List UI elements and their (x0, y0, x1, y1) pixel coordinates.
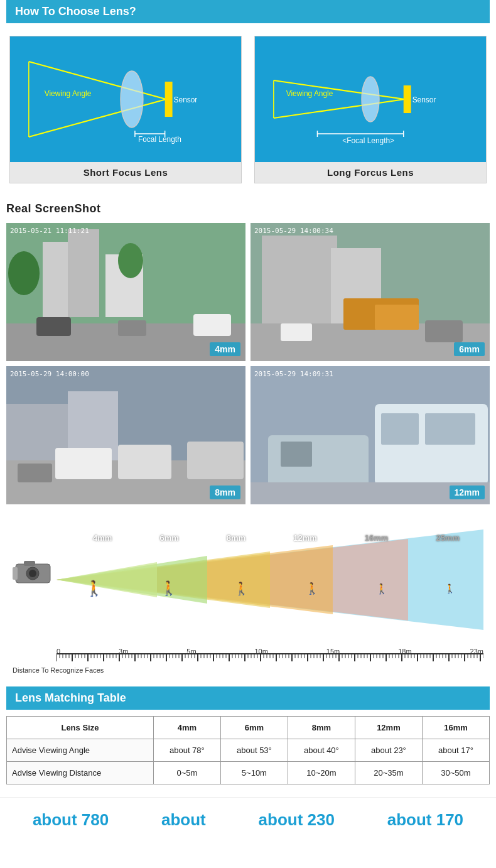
svg-rect-41 (425, 320, 463, 342)
lens-comparison: Viewing Angle Sensor Focal Length Short … (0, 23, 496, 190)
svg-rect-49 (18, 464, 52, 482)
badge-6mm: 6mm (454, 342, 485, 356)
section-header-2: Lens Matching Table (6, 686, 490, 710)
screenshot-8mm: 2015-05-29 14:00:00 8mm (6, 366, 245, 504)
label-25mm: 25mm (436, 533, 460, 543)
person-25mm: 🚶 (445, 583, 455, 594)
section-header-1: How To Choose Lens? (6, 0, 490, 23)
row-angle-label: Advise Viewing Angle (7, 739, 154, 762)
table-section: Lens Size 4mm 6mm 8mm 12mm 16mm Advise V… (0, 710, 496, 791)
row-angle-16mm: about 17° (422, 739, 489, 762)
timestamp-8mm: 2015-05-29 14:00:00 (10, 370, 89, 378)
svg-rect-52 (381, 413, 419, 445)
svg-rect-5 (165, 82, 173, 117)
ruler-svg: // Generate ruler ticks via JS after SVG… (57, 653, 483, 663)
col-header-label: Lens Size (7, 717, 154, 739)
svg-rect-32 (118, 320, 146, 336)
svg-text:Focal Length: Focal Length (138, 135, 181, 144)
row-distance-16mm: 30~50m (422, 762, 489, 784)
svg-text:Sensor: Sensor (412, 95, 436, 104)
mm-labels-row: 4mm 6mm 8mm 12mm 16mm 25mm (57, 528, 483, 547)
col-header-12mm: 12mm (355, 717, 422, 739)
screenshot-12mm: 2015-05-29 14:09:31 12mm (251, 366, 490, 504)
row-distance-4mm: 0~5m (153, 762, 220, 784)
col-header-8mm: 8mm (288, 717, 355, 739)
meas-value-4: about 170 (387, 810, 463, 829)
person-6mm: 🚶 (160, 580, 177, 597)
svg-rect-26 (68, 229, 99, 317)
badge-12mm: 12mm (450, 486, 485, 499)
col-header-6mm: 6mm (220, 717, 288, 739)
measurement-2: about (161, 810, 206, 830)
measurement-4: about 170 (387, 810, 463, 830)
svg-text:<Focal Length>: <Focal Length> (342, 136, 394, 145)
svg-text:Sensor: Sensor (174, 95, 198, 104)
row-distance-8mm: 10~20m (288, 762, 355, 784)
meas-value-3: about 230 (259, 810, 335, 829)
label-16mm: 16mm (365, 533, 389, 543)
svg-rect-40 (281, 323, 312, 341)
screenshot-4mm: 2015-05-21 11:11:21 4mm (6, 223, 245, 361)
row-angle-8mm: about 40° (288, 739, 355, 762)
svg-point-16 (362, 77, 379, 122)
short-focus-label: Short Focus Lens (10, 162, 241, 183)
person-12mm: 🚶 (305, 582, 319, 595)
svg-rect-46 (55, 448, 112, 479)
row-angle-6mm: about 53° (220, 739, 288, 762)
row-angle-12mm: about 23° (355, 739, 422, 762)
svg-point-59 (29, 570, 36, 577)
long-focus-label: Long Forcus Lens (255, 162, 486, 183)
svg-rect-60 (13, 567, 18, 580)
svg-rect-31 (36, 317, 71, 336)
svg-rect-17 (404, 85, 411, 113)
svg-rect-48 (187, 442, 244, 479)
screenshot-section: Real ScreenShot (0, 190, 496, 511)
measurement-1: about 780 (33, 810, 109, 830)
camera-icon-wrap (13, 555, 53, 592)
distance-label: Distance To Recognize Faces (13, 666, 104, 674)
person-16mm: 🚶 (375, 583, 388, 595)
person-icons-row: 🚶 🚶 🚶 🚶 🚶 🚶 (57, 580, 483, 597)
long-focus-card: Viewing Angle Sensor <Focal Length> Long… (254, 36, 487, 183)
svg-rect-53 (425, 413, 475, 445)
short-focus-diagram: Viewing Angle Sensor Focal Length (10, 36, 241, 162)
meas-value-1: about 780 (33, 810, 109, 829)
svg-rect-55 (281, 442, 312, 467)
screenshot-title: Real ScreenShot (6, 202, 490, 215)
screenshot-6mm: 2015-05-29 14:00:34 6mm (251, 223, 490, 361)
measurement-3: about 230 (259, 810, 335, 830)
svg-point-29 (118, 243, 143, 278)
col-header-16mm: 16mm (422, 717, 489, 739)
svg-point-28 (8, 251, 40, 295)
row-distance-12mm: 20~35m (355, 762, 422, 784)
row-distance-label: Advise Viewing Distance (7, 762, 154, 784)
screenshot-grid: 2015-05-21 11:11:21 4mm (6, 223, 490, 504)
table-row-distance: Advise Viewing Distance 0~5m 5~10m 10~20… (7, 762, 490, 784)
short-focus-card: Viewing Angle Sensor Focal Length Short … (9, 36, 242, 183)
person-8mm: 🚶 (234, 581, 249, 596)
label-8mm: 8mm (227, 533, 245, 543)
timestamp-12mm: 2015-05-29 14:09:31 (254, 370, 333, 378)
long-focus-diagram: Viewing Angle Sensor <Focal Length> (255, 36, 486, 162)
svg-text:Viewing Angle: Viewing Angle (286, 89, 333, 98)
svg-rect-33 (193, 314, 231, 336)
timestamp-6mm: 2015-05-29 14:00:34 (254, 227, 333, 235)
label-12mm: 12mm (293, 533, 317, 543)
focal-diagram-section: 4mm 6mm 8mm 12mm 16mm 25mm 🚶 🚶 🚶 🚶 🚶 🚶 0… (0, 511, 496, 680)
table-header-row: Lens Size 4mm 6mm 8mm 12mm 16mm (7, 717, 490, 739)
meas-value-2: about (161, 810, 206, 829)
col-header-4mm: 4mm (153, 717, 220, 739)
svg-rect-39 (375, 305, 419, 330)
svg-point-4 (121, 71, 143, 127)
row-distance-6mm: 5~10m (220, 762, 288, 784)
lens-table: Lens Size 4mm 6mm 8mm 12mm 16mm Advise V… (6, 716, 490, 784)
svg-rect-61 (24, 561, 35, 566)
bottom-measurements: about 780 about about 230 about 170 (0, 797, 496, 849)
badge-4mm: 4mm (210, 342, 240, 356)
label-6mm: 6mm (159, 533, 178, 543)
svg-text:Viewing Angle: Viewing Angle (45, 89, 92, 98)
table-row-angle: Advise Viewing Angle about 78° about 53°… (7, 739, 490, 762)
svg-rect-35 (262, 236, 337, 330)
label-4mm: 4mm (93, 533, 112, 543)
row-angle-4mm: about 78° (153, 739, 220, 762)
